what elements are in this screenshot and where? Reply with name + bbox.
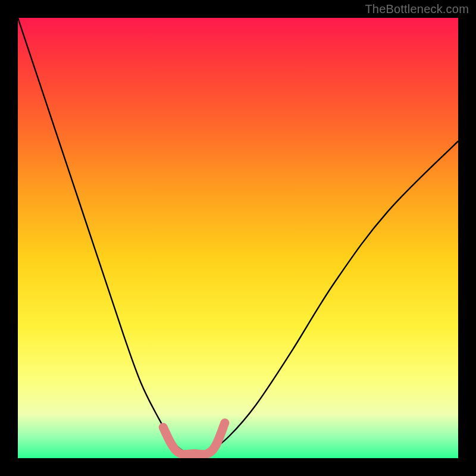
- watermark-text: TheBottleneck.com: [365, 2, 469, 16]
- bottleneck-plot: [18, 18, 458, 458]
- chart-frame: TheBottleneck.com: [0, 0, 476, 476]
- plot-area: [18, 18, 458, 458]
- optimal-range-marker: [163, 423, 225, 455]
- bottleneck-curve: [18, 18, 458, 455]
